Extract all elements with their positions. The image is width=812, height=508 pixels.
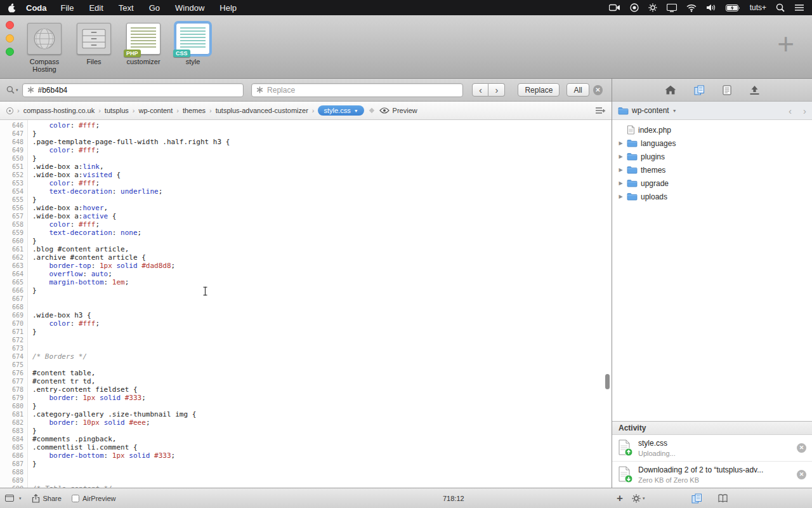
- cancel-transfer-icon[interactable]: ✕: [797, 443, 806, 453]
- breadcrumb-item[interactable]: themes: [183, 107, 206, 114]
- line-number: 679: [0, 394, 23, 402]
- replace-button[interactable]: Replace: [518, 83, 560, 97]
- volume-icon[interactable]: [706, 4, 716, 11]
- publish-icon[interactable]: [749, 85, 760, 95]
- editor-scrollbar-thumb[interactable]: [605, 374, 610, 389]
- chevron-down-icon[interactable]: ▾: [19, 496, 22, 501]
- line-number: 668: [0, 303, 23, 311]
- file-row-languages[interactable]: ▶languages: [612, 137, 812, 150]
- chevron-right-icon: ›: [176, 107, 179, 114]
- code-line: color: #fff;: [32, 319, 230, 328]
- minimize-window-button[interactable]: [6, 34, 14, 43]
- line-number: 682: [0, 418, 23, 427]
- find-next-button[interactable]: ›: [488, 83, 505, 97]
- find-scope-button[interactable]: ▾: [6, 86, 18, 94]
- disclosure-triangle-icon[interactable]: ▶: [618, 140, 624, 146]
- panel-toggle-icon[interactable]: [5, 495, 14, 502]
- file-type-badge: PHP: [124, 50, 141, 57]
- search-field-wrap: [22, 83, 244, 97]
- close-window-button[interactable]: [6, 21, 14, 29]
- video-icon[interactable]: [609, 4, 620, 11]
- zoom-window-button[interactable]: [6, 48, 14, 56]
- chevron-right-icon: ›: [133, 107, 135, 114]
- line-number: 651: [0, 163, 23, 171]
- menu-list-icon[interactable]: [794, 4, 804, 11]
- record-icon[interactable]: [630, 3, 639, 12]
- battery-icon[interactable]: [726, 4, 740, 11]
- file-row-upgrade[interactable]: ▶upgrade: [612, 177, 812, 190]
- chevron-down-icon: ▼: [354, 109, 358, 113]
- menu-help[interactable]: Help: [219, 3, 237, 13]
- code-line: [32, 361, 230, 369]
- document-icon[interactable]: [723, 85, 731, 95]
- settings-button[interactable]: ▾: [632, 488, 645, 508]
- disclosure-triangle-icon[interactable]: ▶: [618, 194, 624, 199]
- app-menu-coda[interactable]: Coda: [26, 3, 47, 13]
- close-find-bar-icon[interactable]: ✕: [593, 85, 603, 95]
- sidebar-path-row: wp-content ▼ ‹ ›: [612, 102, 812, 120]
- gear-icon[interactable]: [648, 3, 657, 12]
- code-editor[interactable]: 6466476486496506516526536546556566576586…: [0, 120, 612, 488]
- active-file-tab[interactable]: style.css ▼: [318, 105, 363, 116]
- menu-go[interactable]: Go: [149, 3, 160, 13]
- tab-customizer[interactable]: PHPcustomizer: [122, 23, 165, 73]
- tab-files[interactable]: Files: [72, 23, 115, 73]
- airpreview-toggle[interactable]: AirPreview: [72, 495, 116, 502]
- forward-button[interactable]: ›: [803, 106, 806, 116]
- activity-panel: Activity style.cssUploading...✕Downloadi…: [612, 421, 812, 488]
- activity-header: Activity: [612, 422, 812, 435]
- file-row-themes[interactable]: ▶themes: [612, 163, 812, 177]
- reference-book-icon[interactable]: [718, 488, 728, 508]
- spotlight-icon[interactable]: [776, 3, 785, 12]
- disclosure-triangle-icon[interactable]: ▶: [618, 154, 624, 159]
- breadcrumb-item[interactable]: compass-hosting.co.uk: [23, 107, 95, 114]
- file-row-index-php[interactable]: index.php: [612, 123, 812, 137]
- document-thumbnail: PHP: [126, 23, 160, 55]
- tab-compass-hosting[interactable]: Compass Hosting: [23, 23, 66, 73]
- pages-icon[interactable]: [694, 85, 705, 95]
- menu-text[interactable]: Text: [119, 3, 134, 13]
- line-number: 660: [0, 237, 23, 245]
- eye-icon: [379, 107, 390, 114]
- code-lines: color: #fff;}.page-template-page-full-wi…: [28, 120, 230, 488]
- file-row-plugins[interactable]: ▶plugins: [612, 150, 812, 163]
- share-button[interactable]: Share: [32, 494, 62, 503]
- find-previous-button[interactable]: ‹: [472, 83, 488, 97]
- replace-all-button[interactable]: All: [566, 83, 589, 97]
- line-number: 677: [0, 377, 23, 385]
- navigator-icon[interactable]: [691, 488, 702, 508]
- disclosure-triangle-icon[interactable]: ▶: [618, 180, 624, 186]
- breadcrumb-item[interactable]: wp-content: [138, 107, 173, 114]
- wifi-icon[interactable]: [686, 4, 697, 12]
- menubar-menus: FileEditTextGoWindowHelp: [61, 3, 237, 13]
- menubar-user-label[interactable]: tuts+: [750, 3, 766, 12]
- new-tab-button[interactable]: +: [777, 23, 803, 65]
- line-number: 654: [0, 187, 23, 196]
- disclosure-triangle-icon[interactable]: ▶: [618, 167, 624, 173]
- line-number: 652: [0, 171, 23, 179]
- cancel-transfer-icon[interactable]: ✕: [797, 470, 806, 479]
- breadcrumb: compass-hosting.co.uk›tutsplus›wp-conten…: [23, 107, 315, 114]
- replace-input[interactable]: [267, 86, 458, 95]
- menu-window[interactable]: Window: [175, 3, 204, 13]
- tab-style[interactable]: CSSstyle: [171, 23, 214, 73]
- breadcrumb-item[interactable]: tutsplus-advanced-customizer: [216, 107, 308, 114]
- back-button[interactable]: ‹: [789, 106, 792, 116]
- display-icon[interactable]: [667, 4, 677, 12]
- add-split-icon[interactable]: [595, 107, 605, 114]
- file-row-uploads[interactable]: ▶uploads: [612, 190, 812, 203]
- code-line: }: [32, 130, 230, 138]
- menu-file[interactable]: File: [61, 3, 74, 13]
- sidebar-root-folder[interactable]: wp-content: [632, 106, 669, 115]
- add-item-icon[interactable]: +: [617, 488, 623, 508]
- preview-button[interactable]: Preview: [379, 107, 417, 114]
- menu-edit[interactable]: Edit: [89, 3, 103, 13]
- apple-menu-icon[interactable]: [8, 3, 16, 13]
- home-icon[interactable]: [665, 85, 676, 95]
- wildcard-icon[interactable]: [27, 86, 34, 93]
- code-line: .page-template-page-full-width .half.rig…: [32, 138, 230, 146]
- wildcard-icon[interactable]: [256, 86, 263, 93]
- breadcrumb-item[interactable]: tutsplus: [105, 107, 129, 114]
- preview-label: Preview: [393, 107, 417, 114]
- search-input[interactable]: [38, 86, 239, 95]
